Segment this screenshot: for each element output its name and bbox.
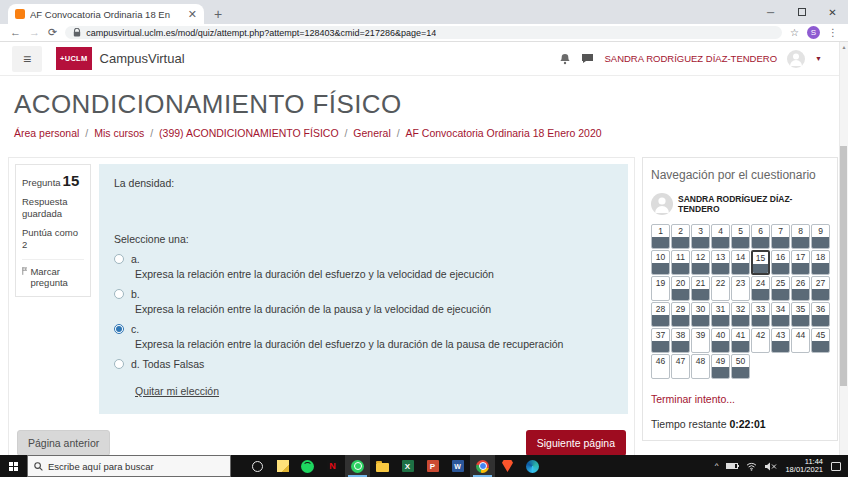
question-nav-button[interactable]: 43 [771,328,790,353]
flag-question-link[interactable]: Marcar pregunta [22,259,84,290]
breadcrumb-link[interactable]: Área personal [14,127,79,139]
question-nav-button[interactable]: 8 [791,224,810,249]
finish-attempt-link[interactable]: Terminar intento... [651,393,829,405]
netflix-icon[interactable] [320,455,345,477]
address-bar[interactable]: campusvirtual.uclm.es/mod/quiz/attempt.p… [65,26,782,39]
tray-expand-icon[interactable]: ^ [715,462,719,470]
question-nav-button[interactable]: 12 [691,250,710,275]
question-nav-button[interactable]: 38 [671,328,690,353]
chrome-icon[interactable] [470,455,495,477]
browser-tab[interactable]: AF Convocatoria Ordinaria 18 En ✕ [8,4,204,24]
question-nav-button[interactable]: 42 [751,328,770,353]
question-nav-button[interactable]: 47 [671,354,690,379]
question-nav-button[interactable]: 24 [751,276,770,301]
question-nav-button[interactable]: 46 [651,354,670,379]
uclm-logo[interactable]: +UCLM [56,47,92,70]
option-radio-button[interactable] [114,359,124,369]
back-icon[interactable]: ← [10,27,21,38]
question-nav-button[interactable]: 20 [671,276,690,301]
question-nav-button[interactable]: 33 [751,302,770,327]
word-icon[interactable] [445,455,470,477]
question-nav-button[interactable]: 15 [751,250,770,275]
volume-muted-icon[interactable] [765,462,777,471]
taskbar-clock[interactable]: 11:44 18/01/2021 [785,458,823,475]
excel-icon[interactable] [395,455,420,477]
previous-page-button[interactable]: Página anterior [17,430,110,455]
question-nav-button[interactable]: 3 [691,224,710,249]
powerpoint-icon[interactable] [420,455,445,477]
question-nav-button[interactable]: 35 [791,302,810,327]
question-nav-button[interactable]: 40 [711,328,730,353]
question-nav-button[interactable]: 39 [691,328,710,353]
header-avatar[interactable] [787,50,805,68]
question-nav-button[interactable]: 5 [731,224,750,249]
question-nav-button[interactable]: 31 [711,302,730,327]
question-nav-button[interactable]: 21 [691,276,710,301]
question-nav-button[interactable]: 44 [791,328,810,353]
scrollbar-up-arrow-icon[interactable]: ▲ [840,42,848,51]
question-nav-button[interactable]: 29 [671,302,690,327]
browser-menu-icon[interactable]: ⋮ [828,27,838,38]
spotify-icon[interactable] [295,455,320,477]
breadcrumb-link[interactable]: AF Convocatoria Ordinaria 18 Enero 2020 [405,127,601,139]
messages-icon[interactable] [581,53,594,64]
option-radio-button[interactable] [114,289,124,299]
question-nav-button[interactable]: 7 [771,224,790,249]
clear-choice-link[interactable]: Quitar mi elección [135,385,219,397]
option-radio-button[interactable] [114,324,124,334]
question-nav-button[interactable]: 28 [651,302,670,327]
question-nav-button[interactable]: 48 [691,354,710,379]
question-nav-button[interactable]: 23 [731,276,750,301]
question-nav-button[interactable]: 49 [711,354,730,379]
next-page-button[interactable]: Siguiente página [526,430,626,455]
hamburger-menu-button[interactable]: ≡ [12,46,42,72]
maximize-button[interactable] [786,0,817,24]
site-brand[interactable]: CampusVirtual [100,51,185,66]
question-nav-button[interactable]: 36 [811,302,830,327]
option-radio-button[interactable] [114,254,124,264]
breadcrumb-link[interactable]: General [353,127,390,139]
battery-icon[interactable] [726,463,738,469]
close-button[interactable]: ✕ [817,0,848,24]
question-nav-button[interactable]: 6 [751,224,770,249]
wifi-icon[interactable] [746,462,757,471]
question-nav-button[interactable]: 45 [811,328,830,353]
notifications-bell-icon[interactable] [559,53,571,65]
question-nav-button[interactable]: 41 [731,328,750,353]
refresh-icon[interactable]: ⟳ [48,27,57,38]
new-tab-button[interactable]: + [214,7,222,21]
question-nav-button[interactable]: 30 [691,302,710,327]
start-button[interactable] [0,455,27,477]
question-nav-button[interactable]: 34 [771,302,790,327]
brave-icon[interactable] [495,455,520,477]
question-nav-button[interactable]: 27 [811,276,830,301]
header-user-name[interactable]: SANDRA RODRÍGUEZ DÍAZ-TENDERO [604,53,777,64]
page-scrollbar[interactable]: ▲ [839,42,848,455]
question-nav-button[interactable]: 16 [771,250,790,275]
action-center-icon[interactable] [831,462,841,471]
taskbar-search-input[interactable]: Escribe aquí para buscar [27,455,231,477]
file-explorer-icon[interactable] [370,455,395,477]
question-nav-button[interactable]: 2 [671,224,690,249]
question-nav-button[interactable]: 9 [811,224,830,249]
cortana-icon[interactable] [245,455,270,477]
whatsapp-icon[interactable] [345,455,370,477]
question-nav-button[interactable]: 18 [811,250,830,275]
sticky-notes-icon[interactable] [270,455,295,477]
edge-icon[interactable] [520,455,545,477]
question-nav-button[interactable]: 10 [651,250,670,275]
question-nav-button[interactable]: 25 [771,276,790,301]
question-nav-button[interactable]: 14 [731,250,750,275]
question-nav-button[interactable]: 13 [711,250,730,275]
question-nav-button[interactable]: 1 [651,224,670,249]
minimize-button[interactable]: ─ [755,0,786,24]
question-nav-button[interactable]: 19 [651,276,670,301]
question-nav-button[interactable]: 22 [711,276,730,301]
question-nav-button[interactable]: 26 [791,276,810,301]
bookmark-star-icon[interactable]: ☆ [790,27,799,38]
question-nav-button[interactable]: 17 [791,250,810,275]
user-menu-caret-icon[interactable]: ▼ [815,55,822,62]
question-nav-button[interactable]: 32 [731,302,750,327]
breadcrumb-link[interactable]: Mis cursos [94,127,144,139]
question-nav-button[interactable]: 4 [711,224,730,249]
